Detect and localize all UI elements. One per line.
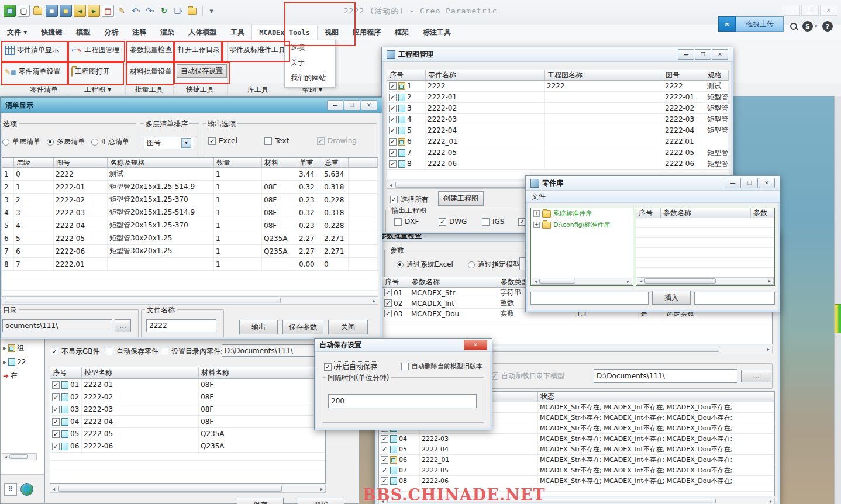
bom-display-button[interactable]: 零件清单显示: [5, 45, 59, 55]
select-all-checkbox[interactable]: ✓选择所有: [390, 195, 429, 205]
drawing-manager-titlebar[interactable]: 工程图管理 — ❐ ✕: [382, 47, 733, 62]
interval-input[interactable]: 200: [328, 394, 477, 408]
parts-library-titlebar[interactable]: 零件库 — ❐ ✕: [526, 176, 780, 191]
restore-icon[interactable]: ❐: [801, 5, 819, 16]
row-checkbox[interactable]: ✓: [389, 138, 397, 146]
browser-globe-icon[interactable]: 🌐: [20, 483, 33, 496]
row-checkbox[interactable]: ✓: [384, 289, 392, 296]
autosave-titlebar[interactable]: 自动保存设置 ✕: [315, 339, 492, 352]
row-checkbox[interactable]: ✓: [389, 149, 397, 157]
autoload-checkbox[interactable]: ✓自动加载目录下模型: [491, 371, 564, 381]
tab-annotate[interactable]: 注释: [125, 25, 153, 40]
save-button[interactable]: 保存: [237, 498, 284, 504]
row-checkbox[interactable]: ✓: [384, 299, 392, 307]
igs-checkbox[interactable]: ✓IGS: [482, 218, 504, 226]
table-row[interactable]: ✓022222-0208F: [50, 391, 325, 403]
row-checkbox[interactable]: ✓: [52, 418, 60, 426]
table-row[interactable]: ✓52222-042222-04矩型管2: [387, 125, 729, 136]
expand-plus-icon[interactable]: +: [533, 210, 540, 217]
table-row[interactable]: ✓052222-05Q235A: [50, 428, 325, 440]
close-icon[interactable]: ✕: [820, 5, 837, 16]
close-icon[interactable]: ✕: [759, 178, 775, 188]
library-table-hscroll[interactable]: ◂▸: [637, 277, 774, 285]
table-row[interactable]: 652222-05矩型管30x20x1.251Q235A2.272.271: [2, 232, 378, 245]
tree-item-part[interactable]: ▶ 22: [3, 358, 43, 366]
row-checkbox[interactable]: ✓: [389, 116, 397, 123]
cancel-button[interactable]: 取消: [298, 498, 344, 504]
edit-icon[interactable]: ✎: [116, 5, 128, 17]
table-row[interactable]: ✓052222-04MCADEX_Str不存在; MCADEX_Int不存在; …: [379, 444, 774, 455]
row-checkbox[interactable]: ✓: [52, 430, 60, 438]
output-button[interactable]: 输出: [239, 320, 278, 334]
toolbar-more-icon[interactable]: ▾: [205, 5, 218, 17]
row-checkbox[interactable]: ✓: [381, 477, 388, 485]
table-row[interactable]: ✓62222_012222.01: [387, 136, 729, 147]
library-tree-hscroll[interactable]: ◂▸: [532, 278, 632, 285]
material-hscroll[interactable]: ◂▸: [50, 485, 326, 493]
row-checkbox[interactable]: ✓: [384, 310, 392, 317]
row-checkbox[interactable]: ✓: [52, 381, 60, 389]
sync-dropdown-icon[interactable]: ▾: [815, 23, 818, 29]
radio-system-excel[interactable]: 通过系统Excel: [397, 260, 453, 270]
material-batch-button[interactable]: 材料批量设置: [130, 67, 172, 77]
table-row[interactable]: ✓72222-052222-05矩型管3: [387, 147, 729, 158]
tree-item-assembly[interactable]: ▶ 组: [3, 343, 43, 353]
open-workdir-button[interactable]: 打开工作目录: [178, 45, 220, 55]
help-icon[interactable]: ?: [822, 21, 833, 32]
table-row[interactable]: ✓32222-022222-02矩型管2: [387, 103, 729, 114]
minimize-icon[interactable]: —: [327, 100, 343, 111]
tree-node-config-lib[interactable]: + D:\config\标准件库: [531, 219, 633, 230]
table-row[interactable]: ✓22222-012222-01矩型管2: [387, 92, 729, 103]
sort-combobox[interactable]: 图号 ▾: [144, 137, 194, 149]
radio-single-level[interactable]: 单层清单: [2, 137, 40, 147]
bom-settings-button[interactable]: ✎▦ 零件清单设置: [5, 67, 61, 77]
table-row[interactable]: ✓032222-0308F: [50, 403, 325, 416]
save-params-button[interactable]: 保存参数: [282, 320, 323, 334]
expand-icon[interactable]: ▶: [3, 360, 6, 365]
table-row[interactable]: 872222.0110.000: [2, 258, 378, 271]
bom-titlebar[interactable]: 清单显示 — ❐ ✕: [1, 98, 382, 113]
row-checkbox[interactable]: ✓: [381, 446, 388, 453]
table-row[interactable]: 102222测试13.445.634: [2, 168, 378, 181]
close-button[interactable]: 关闭: [328, 320, 368, 334]
excel-checkbox[interactable]: ✓Excel: [208, 137, 237, 145]
tab-model[interactable]: 模型: [69, 25, 97, 40]
model-tree-icon[interactable]: ⠿: [4, 483, 17, 496]
close-icon[interactable]: ✕: [361, 100, 377, 111]
table-row[interactable]: ✓062222_01MCADEX_Str不存在; MCADEX_Int不存在; …: [379, 455, 774, 465]
import-icon[interactable]: ◂: [74, 5, 86, 17]
tab-framework[interactable]: 框架: [388, 25, 416, 40]
menu-item-about[interactable]: 关于: [285, 56, 335, 71]
row-checkbox[interactable]: ✓: [389, 82, 397, 90]
table-row[interactable]: ✓012222-0108F: [50, 379, 325, 391]
minimize-icon[interactable]: —: [678, 49, 694, 60]
library-input-right[interactable]: [694, 292, 775, 305]
table-row[interactable]: 542222-04矩型管20x15x1.25-370108F0.230.228: [2, 219, 378, 232]
group-label-drawing[interactable]: 工程图 ▾: [70, 85, 125, 95]
regenerate-icon[interactable]: ↻: [158, 5, 170, 17]
copy-icon[interactable]: ▤: [102, 5, 114, 17]
chevron-down-icon[interactable]: ▾: [181, 138, 191, 148]
save-as-icon[interactable]: ▪: [60, 5, 72, 17]
tab-view[interactable]: 视图: [318, 25, 346, 40]
tab-applications[interactable]: 应用程序: [346, 25, 388, 40]
undo-icon[interactable]: ↶▾: [130, 5, 142, 17]
expand-plus-icon[interactable]: +: [533, 222, 540, 228]
close-icon[interactable]: ✕: [464, 340, 487, 350]
file-menu[interactable]: 文件: [532, 192, 546, 202]
drawing-open-button[interactable]: 工程图打开: [71, 67, 110, 77]
tab-tools[interactable]: 工具: [223, 25, 251, 40]
autoload-browse-button[interactable]: ...: [741, 370, 771, 382]
bom-hscroll[interactable]: ▸: [2, 296, 378, 305]
tab-render[interactable]: 渲染: [153, 25, 181, 40]
delete-old-versions-checkbox[interactable]: ✓自动删除当前模型旧版本: [401, 362, 482, 371]
row-checkbox[interactable]: ✓: [381, 456, 388, 464]
restore-icon[interactable]: ❐: [695, 49, 711, 60]
minimize-icon[interactable]: —: [783, 5, 800, 16]
export-icon[interactable]: ▸: [88, 5, 100, 17]
scrollbar-thumb[interactable]: [835, 304, 841, 333]
table-row[interactable]: ✓072222-05MCADEX_Str不存在; MCADEX_Int不存在; …: [379, 465, 774, 476]
create-drawing-button[interactable]: 创建工程图: [438, 191, 484, 206]
radio-summary[interactable]: 汇总清单: [91, 137, 129, 147]
open-icon[interactable]: [32, 5, 44, 17]
